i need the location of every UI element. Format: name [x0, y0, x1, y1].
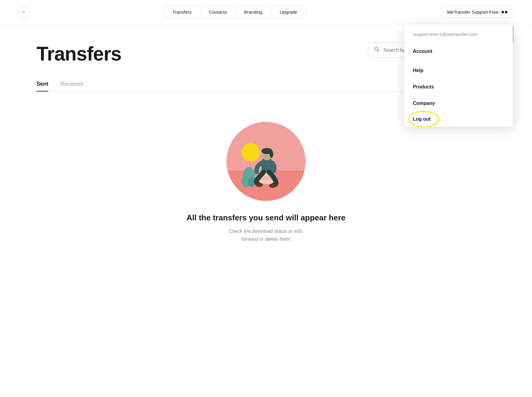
close-icon: × [22, 9, 26, 15]
nav-tabs: Transfers Contacts Branding Upgrade [164, 6, 306, 18]
nav-tab-transfers[interactable]: Transfers [164, 6, 200, 18]
dropdown-email: support-test+1@wetransfer.com [404, 24, 514, 43]
empty-state-title: All the transfers you send will appear h… [186, 213, 345, 223]
close-button[interactable]: × [18, 7, 29, 18]
scrollbar-thumb [513, 24, 514, 43]
tab-sent[interactable]: Sent [36, 77, 48, 91]
empty-state: All the transfers you send will appear h… [36, 110, 496, 261]
dropdown-help[interactable]: Help [404, 62, 514, 79]
svg-point-14 [270, 150, 273, 158]
empty-state-subtitle: Check the download status or edit, forwa… [229, 227, 303, 243]
dropdown-company[interactable]: Company [404, 95, 514, 112]
svg-point-4 [242, 143, 260, 161]
user-menu-button[interactable]: WeTransfer Support-Free [440, 6, 514, 18]
user-menu-label: WeTransfer Support-Free [447, 9, 499, 15]
svg-point-10 [248, 177, 255, 187]
empty-state-illustration [226, 122, 306, 201]
nav-tab-contacts[interactable]: Contacts [200, 6, 236, 18]
svg-point-16 [269, 184, 276, 188]
dropdown-logout[interactable]: Log out [404, 112, 514, 127]
dropdown-divider-1 [404, 61, 514, 61]
logout-label: Log out [413, 116, 431, 122]
svg-line-1 [378, 50, 379, 52]
dropdown-products[interactable]: Products [404, 79, 514, 95]
user-dropdown-menu: support-test+1@wetransfer.com Account He… [404, 24, 514, 127]
svg-point-15 [256, 183, 263, 187]
header: × Transfers Contacts Branding Upgrade We… [0, 0, 532, 24]
dropdown-account[interactable]: Account [404, 43, 514, 60]
search-icon [374, 47, 380, 54]
nav-tab-upgrade[interactable]: Upgrade [271, 6, 306, 18]
tab-received[interactable]: Received [60, 77, 83, 91]
nav-tab-branding[interactable]: Branding [236, 6, 271, 18]
wetransfer-logo [502, 11, 507, 13]
